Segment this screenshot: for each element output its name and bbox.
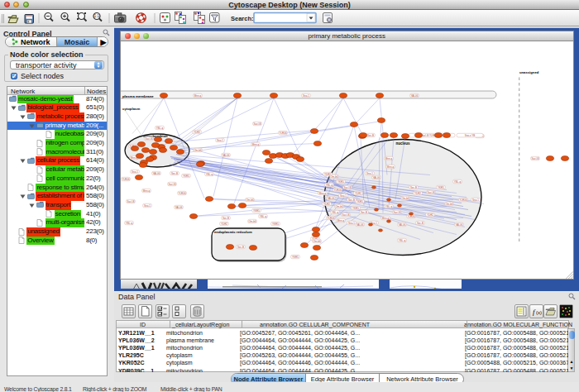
svg-text:Mnn-q: Mnn-q	[385, 156, 393, 160]
svg-text:SacI-B: SacI-B	[343, 185, 351, 189]
svg-text:YBL-q: YBL-q	[156, 126, 164, 129]
svg-text:YKR5: YKR5	[337, 179, 344, 183]
svg-text:Mnn-q: Mnn-q	[319, 191, 327, 194]
svg-text:Sec-B: Sec-B	[361, 210, 367, 213]
svg-text:YBL-q: YBL-q	[385, 204, 393, 208]
svg-text:Mnn-q: Mnn-q	[382, 216, 390, 219]
svg-text:YBL-q: YBL-q	[399, 238, 406, 241]
svg-text:Sno-1: Sno-1	[366, 171, 373, 174]
svg-text:Om-b6: Om-b6	[194, 148, 202, 151]
svg-text:Sno-x YB: Sno-x YB	[465, 133, 476, 136]
svg-text:Om-b6: Om-b6	[248, 219, 256, 222]
svg-text:Om-b6: Om-b6	[313, 239, 321, 242]
svg-text:YAL06: YAL06	[153, 171, 160, 174]
svg-text:Sno-1: Sno-1	[217, 138, 223, 141]
svg-text:Sec-B: Sec-B	[223, 216, 229, 219]
svg-text:YLR06: YLR06	[459, 198, 467, 201]
svg-text:YDR2: YDR2	[414, 191, 421, 194]
svg-text:Om-b6: Om-b6	[330, 174, 338, 178]
svg-text:endoplasmic reticulum: endoplasmic reticulum	[214, 230, 252, 234]
svg-text:(x): (x)	[536, 310, 542, 315]
svg-text:YKR5: YKR5	[292, 255, 299, 258]
svg-text:YKR5: YKR5	[183, 174, 189, 177]
svg-text:YLR06: YLR06	[279, 131, 287, 134]
svg-text:SacI-B: SacI-B	[145, 136, 152, 140]
svg-text:Sec-B: Sec-B	[417, 221, 423, 224]
svg-text:Sec-B: Sec-B	[367, 133, 374, 136]
svg-text:YDR2: YDR2	[221, 222, 227, 225]
svg-text:Sec-B: Sec-B	[348, 198, 355, 201]
svg-text:YBL-q: YBL-q	[260, 214, 267, 218]
svg-text:YLR06: YLR06	[333, 188, 342, 191]
svg-text:Sno-1: Sno-1	[303, 93, 309, 97]
svg-text:cytoplasm: cytoplasm	[122, 106, 140, 110]
svg-text:YAL06: YAL06	[175, 205, 183, 208]
svg-text:YAL06: YAL06	[328, 196, 335, 199]
svg-text:YKR5: YKR5	[356, 199, 363, 203]
svg-text:plasma membrane: plasma membrane	[122, 94, 154, 98]
svg-text:Om-b6: Om-b6	[335, 204, 343, 208]
svg-text:SacI-B: SacI-B	[531, 156, 538, 160]
svg-text:Sno-1: Sno-1	[348, 221, 355, 224]
svg-text:Sec-B: Sec-B	[237, 245, 244, 248]
svg-text:Mnn-q: Mnn-q	[387, 165, 395, 168]
svg-text:unassigned: unassigned	[519, 69, 539, 74]
svg-text:Sno-1: Sno-1	[132, 170, 138, 173]
svg-text:YKR5: YKR5	[438, 185, 444, 189]
svg-text:YLR06: YLR06	[327, 216, 335, 219]
svg-text:YAL06: YAL06	[356, 222, 364, 226]
svg-text:Sno-1: Sno-1	[144, 203, 151, 207]
svg-text:YBL-q: YBL-q	[326, 183, 333, 186]
svg-text:Om-b6: Om-b6	[401, 196, 409, 199]
svg-text:Mnn-q: Mnn-q	[194, 93, 202, 97]
svg-text:YKR5: YKR5	[352, 206, 359, 209]
svg-text:Mnn-q: Mnn-q	[337, 218, 345, 222]
svg-text:YDR2: YDR2	[427, 213, 433, 216]
svg-text:Om-b6: Om-b6	[445, 202, 453, 205]
svg-text:YAL06: YAL06	[223, 153, 230, 156]
svg-text:SacI-B: SacI-B	[427, 190, 434, 194]
svg-text:Mnn-q: Mnn-q	[143, 189, 151, 192]
svg-text:YDR2: YDR2	[355, 191, 361, 194]
svg-text:YLR06: YLR06	[122, 177, 130, 180]
svg-text:Mnn-q: Mnn-q	[252, 142, 260, 146]
svg-text:Search:: Search:	[231, 15, 254, 22]
svg-text:Sec-B: Sec-B	[410, 185, 417, 189]
svg-text:Sno-1: Sno-1	[340, 194, 347, 197]
svg-text:YAL06: YAL06	[399, 222, 406, 226]
svg-text:YBL-q: YBL-q	[332, 210, 339, 213]
svg-text:Sec-B: Sec-B	[171, 171, 178, 174]
svg-text:SacI-B: SacI-B	[168, 182, 175, 185]
svg-text:YDR2: YDR2	[194, 130, 200, 133]
svg-text:YBL-q: YBL-q	[126, 221, 133, 224]
svg-text:nucleus: nucleus	[395, 141, 410, 146]
svg-text:Om-b6: Om-b6	[246, 198, 254, 201]
svg-text:YBL-q: YBL-q	[206, 172, 213, 175]
svg-text:YKR5: YKR5	[272, 222, 279, 225]
svg-text:YDR2: YDR2	[323, 202, 330, 205]
svg-text:SacI-B: SacI-B	[342, 213, 349, 216]
svg-text:YKR5: YKR5	[253, 208, 260, 212]
svg-text:YAL06: YAL06	[411, 93, 419, 97]
svg-text:YAL06: YAL06	[456, 222, 463, 226]
svg-text:YBL-q: YBL-q	[454, 179, 462, 183]
svg-text:YLR06: YLR06	[178, 191, 186, 194]
svg-text:1:1: 1:1	[94, 14, 100, 18]
svg-text:SacI-B: SacI-B	[253, 122, 261, 125]
svg-text:Sno-1: Sno-1	[472, 198, 479, 201]
svg-text:SacI-B: SacI-B	[127, 199, 134, 203]
svg-text:YAL06: YAL06	[373, 175, 380, 179]
svg-text:SacI-B: SacI-B	[393, 210, 400, 213]
